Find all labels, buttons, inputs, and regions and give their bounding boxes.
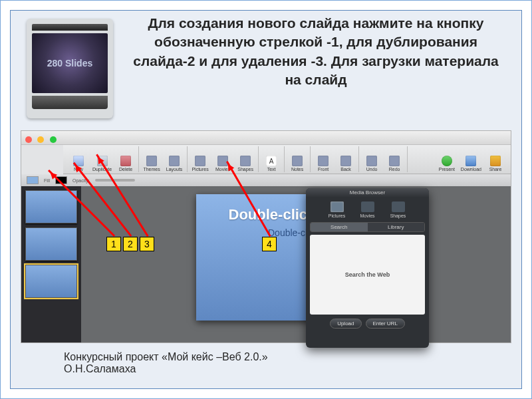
footer-line-1: Конкурсный проект «Мой кейс –Веб 2.0.»	[64, 351, 268, 363]
fill-swatch[interactable]	[27, 176, 39, 184]
mb-tab-movies-label: Movies	[360, 213, 374, 218]
mb-subtab-library[interactable]: Library	[368, 223, 425, 231]
delete-slide-button[interactable]: Delete	[116, 155, 136, 172]
download-label: Download	[461, 167, 481, 172]
media-browser-subtabs: Search Library	[310, 222, 425, 232]
media-browser-footer: Upload Enter URL	[306, 315, 429, 332]
mb-tab-movies[interactable]: Movies	[352, 201, 383, 218]
shapes-label: Shapes	[237, 167, 253, 172]
share-button[interactable]: Share	[485, 155, 505, 172]
logo-card: 280 Slides	[27, 19, 113, 118]
options-bar: Fill Opacity:	[21, 174, 511, 187]
back-icon	[340, 156, 351, 166]
slide-thumb-1[interactable]	[25, 190, 77, 223]
slide-canvas: Double-click to add Double-click t	[81, 186, 511, 342]
window-titlebar	[21, 131, 511, 145]
delete-icon	[120, 156, 131, 166]
movies-icon	[361, 201, 374, 212]
text-icon: A	[266, 156, 277, 166]
download-button[interactable]: Download	[460, 155, 483, 172]
themes-icon	[146, 156, 157, 166]
callout-1: 1	[106, 237, 121, 251]
main-toolbar: New Duplicate Delete Themes Layouts Pict…	[63, 145, 511, 174]
back-button[interactable]: Back	[336, 155, 356, 172]
page-outer: 280 Slides Для создания нового слайда на…	[0, 0, 532, 399]
text-button[interactable]: AText	[261, 155, 281, 172]
work-area: Double-click to add Double-click t	[21, 186, 511, 342]
undo-label: Undo	[366, 167, 378, 172]
zoom-icon[interactable]	[50, 136, 57, 143]
shapes-icon	[240, 156, 251, 166]
undo-button[interactable]: Undo	[362, 155, 382, 172]
redo-icon	[389, 156, 400, 166]
mb-subtab-search[interactable]: Search	[311, 223, 368, 231]
front-icon	[318, 156, 329, 166]
pictures-icon	[195, 156, 205, 166]
callout-4: 4	[262, 237, 277, 251]
logo-base	[32, 96, 108, 109]
pictures-button[interactable]: Pictures	[190, 155, 210, 172]
upload-button[interactable]: Upload	[330, 319, 361, 329]
share-icon	[490, 156, 501, 166]
layouts-icon	[169, 156, 180, 166]
pictures-icon	[331, 201, 344, 212]
mb-tab-pictures-label: Pictures	[329, 213, 345, 218]
present-icon	[442, 156, 452, 166]
mb-tab-pictures[interactable]: Pictures	[322, 201, 352, 218]
slide-panel	[21, 186, 81, 342]
back-label: Back	[340, 167, 351, 172]
share-label: Share	[489, 167, 502, 172]
callout-2: 2	[123, 237, 138, 251]
shapes-icon	[392, 201, 405, 212]
instruction-headline: Для создания нового слайда нажмите на кн…	[127, 14, 505, 89]
redo-button[interactable]: Redo	[384, 155, 404, 172]
layouts-label: Layouts	[166, 167, 183, 172]
delete-label: Delete	[119, 167, 132, 172]
page-inner: 280 Slides Для создания нового слайда на…	[10, 10, 522, 389]
front-label: Front	[318, 167, 329, 172]
notes-icon	[292, 156, 303, 166]
notes-label: Notes	[291, 167, 303, 172]
present-label: Present	[439, 167, 455, 172]
mb-tab-shapes[interactable]: Shapes	[383, 201, 414, 218]
download-icon	[466, 156, 476, 166]
close-icon[interactable]	[25, 136, 32, 143]
media-browser-tabs: Pictures Movies Shapes	[306, 198, 429, 221]
layouts-button[interactable]: Layouts	[164, 155, 184, 172]
footer-line-2: О.Н.Саламаха	[64, 363, 268, 375]
front-button[interactable]: Front	[313, 155, 333, 172]
logo-screen: 280 Slides	[32, 33, 108, 93]
media-browser-title: Media Browser	[306, 188, 429, 198]
minimize-icon[interactable]	[37, 136, 44, 143]
mb-tab-shapes-label: Shapes	[390, 213, 406, 218]
redo-label: Redo	[389, 167, 400, 172]
callout-3: 3	[140, 237, 154, 251]
slide-thumb-3[interactable]	[25, 265, 77, 298]
logo-hanger	[32, 24, 108, 31]
pictures-label: Pictures	[192, 167, 208, 172]
media-browser[interactable]: Media Browser Pictures Movies Shapes Sea…	[306, 188, 429, 348]
shapes-button[interactable]: Shapes	[235, 155, 255, 172]
media-browser-body[interactable]: Search the Web	[310, 235, 425, 315]
undo-icon	[366, 156, 377, 166]
themes-label: Themes	[143, 167, 160, 172]
present-button[interactable]: Present	[437, 155, 457, 172]
notes-button[interactable]: Notes	[287, 155, 307, 172]
themes-button[interactable]: Themes	[142, 155, 162, 172]
footer-text: Конкурсный проект «Мой кейс –Веб 2.0.» О…	[64, 351, 268, 375]
fill-label: Fill	[44, 178, 50, 183]
duplicate-label: Duplicate	[92, 167, 112, 172]
enter-url-button[interactable]: Enter URL	[366, 319, 405, 329]
slide-thumb-2[interactable]	[25, 227, 77, 261]
text-label: Text	[267, 167, 276, 172]
